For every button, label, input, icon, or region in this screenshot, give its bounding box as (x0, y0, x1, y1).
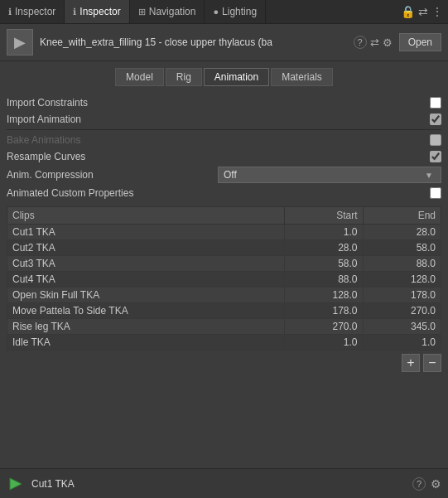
clip-name: Idle TKA (7, 335, 285, 351)
clip-start: 128.0 (285, 288, 363, 303)
bake-animations-row: Bake Animations (7, 132, 441, 148)
clip-end: 178.0 (363, 288, 441, 303)
clip-start: 28.0 (285, 240, 363, 256)
thumbnail-icon: ▶ (14, 33, 26, 51)
resample-curves-row: Resample Curves (7, 148, 441, 165)
clips-col-header: Clips (7, 207, 285, 225)
tab-label-navigation: Navigation (149, 6, 196, 17)
asset-header: ▶ Knee_with_extra_filling 15 - close upp… (0, 24, 448, 61)
inspector-icon-1: ℹ (8, 7, 12, 17)
clips-table: Clips Start End Cut1 TKA 1.0 28.0 Cut2 T… (7, 206, 441, 351)
import-animation-checkbox[interactable] (430, 114, 441, 125)
table-row[interactable]: Cut1 TKA 1.0 28.0 (7, 225, 441, 240)
tab-navigation[interactable]: ⊞ Navigation (130, 0, 205, 23)
clip-name: Open Skin Full TKA (7, 288, 285, 303)
anim-compression-label: Anim. Compression (7, 169, 218, 181)
add-clip-button[interactable]: + (402, 354, 420, 372)
table-row[interactable]: Cut3 TKA 58.0 88.0 (7, 256, 441, 272)
asset-thumbnail: ▶ (7, 29, 33, 56)
clip-name: Cut4 TKA (7, 272, 285, 288)
tab-label-lighting: Lighting (222, 6, 257, 17)
animated-custom-row: Animated Custom Properties (7, 185, 441, 201)
sub-tab-model[interactable]: Model (115, 68, 164, 86)
clip-name: Move Pattela To Side TKA (7, 303, 285, 319)
asset-settings-icon[interactable]: ⚙ (383, 36, 393, 49)
lighting-icon: ● (213, 7, 219, 17)
divider-1 (7, 129, 441, 130)
clip-start: 270.0 (285, 319, 363, 335)
anim-compression-select-wrap: Off Keyframe Reduction Optimal ▼ (218, 167, 441, 183)
tab-inspector-1[interactable]: ℹ Inspector (0, 0, 65, 23)
table-row[interactable]: Open Skin Full TKA 128.0 178.0 (7, 288, 441, 303)
bake-animations-checkbox (430, 134, 441, 146)
tab-lighting[interactable]: ● Lighting (205, 0, 266, 23)
clip-name: Cut2 TKA (7, 240, 285, 256)
clips-footer: + − (7, 351, 441, 375)
anim-compression-select[interactable]: Off Keyframe Reduction Optimal (218, 167, 441, 183)
tab-controls: 🔒 ⇄ ⋮ (396, 5, 448, 18)
clip-start: 1.0 (285, 225, 363, 240)
lock-icon[interactable]: 🔒 (401, 5, 415, 18)
clip-start: 178.0 (285, 303, 363, 319)
bottom-icons: ? ⚙ (412, 477, 441, 491)
arrows-icon[interactable]: ⇄ (418, 5, 428, 18)
import-animation-row: Import Animation (7, 111, 441, 128)
clip-start: 88.0 (285, 272, 363, 288)
asset-arrows-icon[interactable]: ⇄ (370, 36, 379, 49)
current-clip-label: Cut1 TKA (31, 478, 406, 490)
bottom-help-icon[interactable]: ? (412, 477, 426, 491)
tab-label-inspector-2: Inspector (79, 6, 120, 17)
table-row[interactable]: Cut2 TKA 28.0 58.0 (7, 240, 441, 256)
sub-tabs: Model Rig Animation Materials (0, 61, 448, 91)
sub-tab-rig[interactable]: Rig (166, 68, 202, 86)
bake-animations-label: Bake Animations (7, 134, 430, 146)
clip-end: 345.0 (363, 319, 441, 335)
asset-help-icon[interactable]: ? (354, 36, 367, 49)
table-row[interactable]: Rise leg TKA 270.0 345.0 (7, 319, 441, 335)
resample-curves-label: Resample Curves (7, 151, 430, 162)
bottom-settings-icon[interactable]: ⚙ (431, 477, 441, 491)
clip-end: 28.0 (363, 225, 441, 240)
asset-title: Knee_with_extra_filling 15 - close upper… (40, 36, 347, 48)
import-constraints-label: Import Constraints (7, 97, 430, 109)
clip-start: 58.0 (285, 256, 363, 272)
clip-start: 1.0 (285, 335, 363, 351)
clip-end: 128.0 (363, 272, 441, 288)
animation-content: Import Constraints Import Animation Bake… (0, 91, 448, 379)
clip-end: 58.0 (363, 240, 441, 256)
clip-name: Rise leg TKA (7, 319, 285, 335)
table-row[interactable]: Idle TKA 1.0 1.0 (7, 335, 441, 351)
clip-end: 1.0 (363, 335, 441, 351)
resample-curves-checkbox[interactable] (430, 151, 441, 162)
clip-end: 270.0 (363, 303, 441, 319)
tab-label-inspector-1: Inspector (15, 6, 55, 17)
clip-name: Cut3 TKA (7, 256, 285, 272)
start-col-header: Start (285, 207, 363, 225)
tab-bar: ℹ Inspector ℹ Inspector ⊞ Navigation ● L… (0, 0, 448, 24)
svg-marker-0 (10, 478, 22, 490)
asset-header-icons: ? ⇄ ⚙ Open (354, 33, 441, 51)
remove-clip-button[interactable]: − (423, 354, 441, 372)
import-animation-label: Import Animation (7, 114, 430, 125)
import-constraints-row: Import Constraints (7, 94, 441, 111)
anim-compression-row: Anim. Compression Off Keyframe Reduction… (7, 165, 441, 185)
sub-tab-animation[interactable]: Animation (204, 68, 269, 86)
clip-end: 88.0 (363, 256, 441, 272)
more-icon[interactable]: ⋮ (431, 5, 443, 18)
open-button[interactable]: Open (399, 33, 441, 51)
bottom-bar: Cut1 TKA ? ⚙ (0, 468, 448, 498)
navigation-icon: ⊞ (138, 7, 146, 17)
play-icon (7, 475, 25, 493)
table-row[interactable]: Move Pattela To Side TKA 178.0 270.0 (7, 303, 441, 319)
end-col-header: End (363, 207, 441, 225)
import-constraints-checkbox[interactable] (430, 97, 441, 109)
inspector-icon-2: ℹ (73, 7, 76, 17)
clip-name: Cut1 TKA (7, 225, 285, 240)
sub-tab-materials[interactable]: Materials (271, 68, 333, 86)
table-row[interactable]: Cut4 TKA 88.0 128.0 (7, 272, 441, 288)
animated-custom-checkbox[interactable] (430, 187, 441, 199)
animated-custom-label: Animated Custom Properties (7, 187, 430, 199)
tab-inspector-2[interactable]: ℹ Inspector (65, 0, 129, 23)
